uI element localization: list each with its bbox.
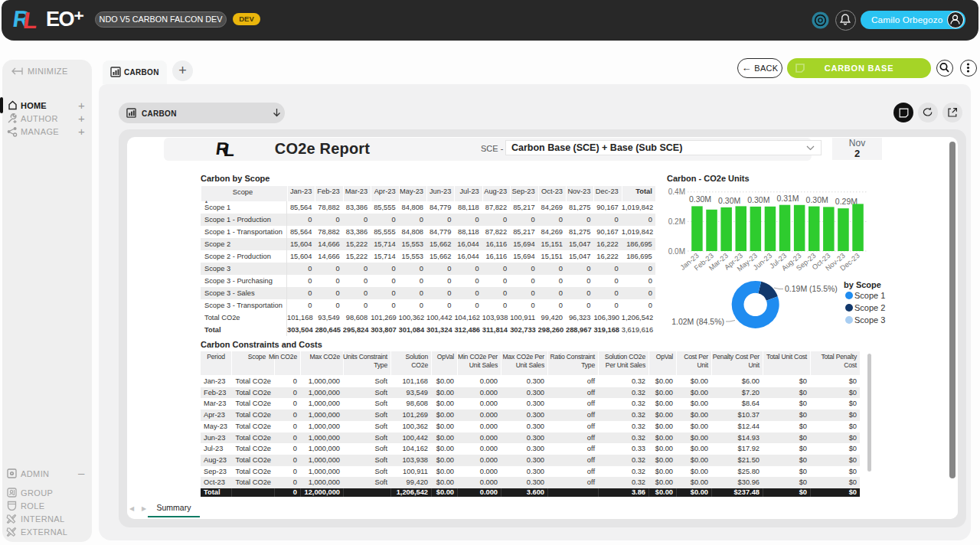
svg-text:0.30M: 0.30M [747, 195, 769, 204]
svg-text:0.31M: 0.31M [776, 194, 799, 203]
svg-text:0.30M: 0.30M [718, 196, 740, 205]
svg-text:0.2M: 0.2M [668, 217, 685, 226]
svg-text:0.4M: 0.4M [668, 188, 685, 196]
svg-text:0.30M: 0.30M [806, 195, 828, 204]
svg-text:0.0M: 0.0M [668, 247, 685, 256]
svg-text:1.02M (84.5%): 1.02M (84.5%) [671, 317, 724, 326]
svg-text:0.19M (15.5%): 0.19M (15.5%) [785, 284, 838, 293]
svg-text:0.30M: 0.30M [689, 194, 711, 204]
